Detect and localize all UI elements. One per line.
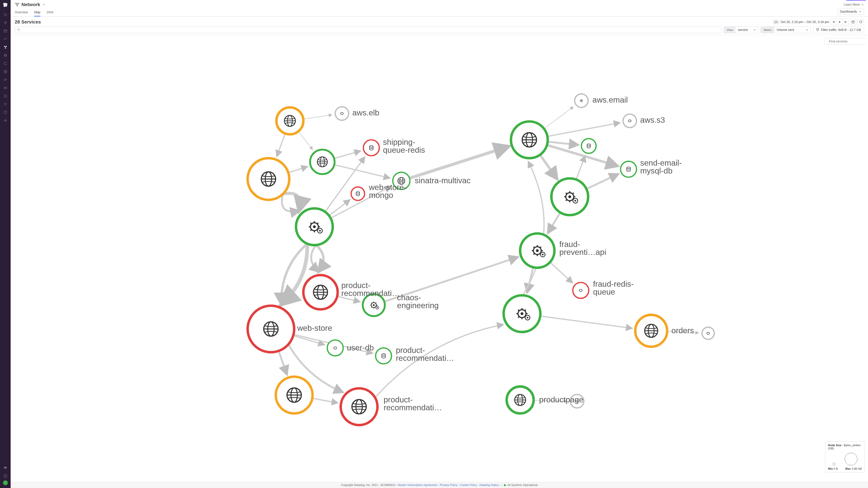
legend-min-value: 0 B [834, 467, 838, 470]
map-canvas[interactable]: aws.elbshipping-queue-redisweb-store-mon… [11, 35, 868, 482]
map-node-n15[interactable] [376, 348, 392, 364]
map-edge[interactable] [311, 245, 319, 271]
nav-links[interactable] [0, 84, 11, 92]
svg-line-1 [6, 15, 7, 16]
map-node-n13[interactable] [341, 388, 377, 425]
footer-privacy-link[interactable]: Privacy Policy [440, 484, 457, 487]
metric-selector[interactable]: Metric Volume sent [761, 26, 811, 33]
svg-point-63 [376, 348, 392, 364]
time-play-button[interactable] [837, 19, 842, 25]
map-edge[interactable] [312, 398, 337, 403]
refresh-button[interactable] [858, 19, 864, 25]
calendar-button[interactable] [850, 19, 856, 25]
nav-ci[interactable] [0, 60, 11, 67]
map-node-n19[interactable] [575, 94, 588, 107]
map-edge[interactable] [334, 165, 390, 178]
filter-traffic[interactable]: Filter traffic: 649 B - 12.7 GB [813, 26, 864, 33]
map-node-n8[interactable] [296, 208, 333, 245]
time-chip[interactable]: 1h [773, 20, 779, 24]
find-services-box[interactable] [824, 38, 865, 45]
map-edge[interactable] [548, 213, 560, 233]
svg-point-0 [4, 13, 6, 15]
map-edge[interactable] [279, 351, 287, 374]
map-node-n12[interactable] [276, 377, 313, 414]
map-node-n5[interactable] [364, 140, 379, 156]
map-edge[interactable] [548, 142, 578, 145]
map-edge[interactable] [523, 162, 544, 295]
map-edge[interactable] [548, 123, 620, 136]
avatar[interactable] [3, 480, 8, 485]
nav-dashboards[interactable] [0, 27, 11, 35]
nav-help[interactable]: ? [0, 472, 11, 480]
map-node-n11[interactable] [248, 306, 294, 352]
time-back-button[interactable] [831, 19, 837, 25]
nav-cloud[interactable] [0, 117, 11, 124]
map-node-n14[interactable] [327, 340, 343, 356]
nav-security[interactable] [0, 108, 11, 116]
map-edge[interactable] [316, 245, 323, 271]
tab-dns[interactable]: DNS [47, 8, 54, 16]
tab-overview[interactable]: Overview [15, 8, 28, 16]
dashboards-dropdown[interactable]: Dashboards [837, 8, 864, 15]
map-edge[interactable] [540, 155, 557, 179]
map-edge[interactable] [334, 151, 360, 158]
map-node-n23[interactable] [573, 283, 589, 298]
title-dropdown[interactable] [42, 3, 45, 6]
nav-chat[interactable] [0, 464, 11, 472]
map-node-n6[interactable] [351, 187, 365, 201]
svg-rect-27 [852, 21, 855, 23]
map-node-n26[interactable] [702, 327, 714, 339]
logo[interactable] [2, 1, 9, 9]
nav-library[interactable] [0, 92, 11, 100]
footer-msa-link[interactable]: Master Subscription Agreement [398, 484, 437, 487]
find-services-input[interactable] [829, 39, 868, 43]
nav-metrics[interactable] [0, 35, 11, 43]
map-edge[interactable] [576, 156, 585, 180]
map-node-n4[interactable] [310, 150, 335, 174]
search-box[interactable] [15, 26, 721, 33]
nav-search[interactable] [0, 11, 11, 19]
map-node-n9[interactable] [303, 275, 338, 310]
map-edge[interactable] [544, 107, 573, 129]
map-node-n18[interactable] [623, 114, 637, 128]
map-node-n22[interactable] [520, 233, 555, 268]
learn-more-accent [846, 0, 866, 1]
map-node-n17[interactable] [581, 138, 596, 153]
map-edge[interactable] [586, 174, 618, 189]
tab-map[interactable]: Map [34, 8, 40, 16]
map-node-n3[interactable] [248, 158, 289, 200]
time-range[interactable]: Oct 20, 2:16 pm – Oct 20, 3:16 pm [780, 20, 829, 24]
map-node-n2[interactable] [335, 107, 349, 121]
nav-integrations[interactable] [0, 68, 11, 75]
learn-more-link[interactable]: Learn More [844, 3, 860, 6]
nav-network[interactable] [0, 43, 11, 51]
map-node-n21[interactable] [551, 178, 588, 215]
svg-point-62 [327, 340, 343, 356]
map-edge[interactable] [277, 133, 285, 156]
map-edge[interactable] [303, 115, 332, 119]
nav-infra[interactable] [0, 100, 11, 108]
map-node-n1[interactable] [276, 107, 303, 134]
map-node-n27[interactable] [507, 387, 534, 414]
map-node-label: send-email- [640, 158, 682, 167]
nav-logs[interactable] [0, 76, 11, 84]
map-edge[interactable] [540, 316, 632, 328]
footer-status-link[interactable]: Datadog Status → [479, 484, 502, 487]
footer-cookie-link[interactable]: Cookie Policy [460, 484, 477, 487]
map-node-label: product- [383, 395, 413, 404]
map-edge[interactable] [527, 267, 533, 292]
map-node-n16[interactable] [511, 122, 548, 158]
chevron-down-icon [859, 10, 862, 13]
nav-goals[interactable] [0, 52, 11, 59]
map-edge[interactable] [298, 131, 312, 150]
map-node-n25[interactable] [635, 315, 667, 347]
nav-watchdog[interactable] [0, 19, 11, 27]
map-node-n20[interactable] [620, 161, 636, 177]
map-edge[interactable] [550, 262, 572, 283]
time-forward-button[interactable] [842, 19, 848, 25]
map-edge[interactable] [283, 193, 300, 211]
view-selector[interactable]: View service [724, 26, 758, 33]
map-edge[interactable] [288, 167, 307, 173]
footer: Copyright Datadog, Inc. 2021 - 35.580841… [11, 482, 868, 488]
map-node-n24[interactable] [504, 295, 540, 332]
